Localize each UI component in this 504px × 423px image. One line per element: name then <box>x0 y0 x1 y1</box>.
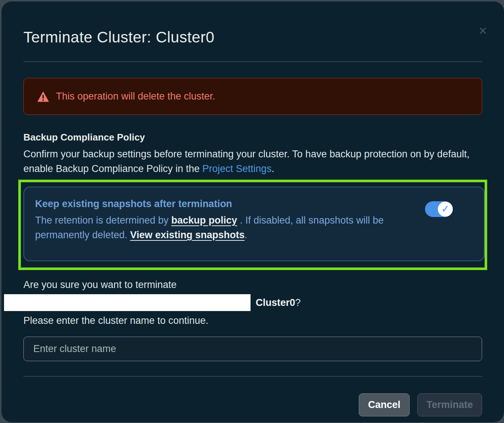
terminate-cluster-modal: ✕ Terminate Cluster: Cluster0 This opera… <box>1 1 504 422</box>
retention-text: The retention is determined by <box>35 215 171 226</box>
confirm-question-line1: Are you sure you want to terminate <box>23 277 482 292</box>
backup-policy-description: Confirm your backup settings before term… <box>23 147 482 176</box>
close-icon[interactable]: ✕ <box>476 24 489 37</box>
keep-snapshots-toggle[interactable]: ✓ <box>425 201 453 217</box>
cluster-name-question: Cluster0? <box>256 295 301 310</box>
footer-divider <box>23 376 482 377</box>
backup-policy-heading: Backup Compliance Policy <box>23 132 482 143</box>
warning-text: This operation will delete the cluster. <box>56 91 215 102</box>
enter-name-instruction: Please enter the cluster name to continu… <box>23 313 482 328</box>
backup-description-period: . <box>271 163 274 174</box>
title-divider <box>23 61 482 62</box>
cluster-name-input[interactable] <box>23 337 482 361</box>
check-icon: ✓ <box>441 203 450 214</box>
terminate-button[interactable]: Terminate <box>417 393 482 416</box>
redaction-overlay <box>4 294 251 311</box>
keep-snapshots-panel: Keep existing snapshots after terminatio… <box>23 187 485 261</box>
annotation-highlight-box: Keep existing snapshots after terminatio… <box>18 180 487 270</box>
confirm-section: Are you sure you want to terminate › Clu… <box>23 277 482 328</box>
backup-policy-link[interactable]: backup policy <box>171 215 237 226</box>
cancel-button[interactable]: Cancel <box>359 393 410 416</box>
warning-banner: This operation will delete the cluster. <box>23 78 482 115</box>
project-settings-link[interactable]: Project Settings <box>202 163 271 174</box>
warning-triangle-icon <box>37 91 49 102</box>
modal-footer: Cancel Terminate <box>23 393 482 416</box>
confirm-question-line2: › Cluster0? <box>23 294 482 311</box>
view-existing-snapshots-link[interactable]: View existing snapshots <box>130 229 245 240</box>
keep-snapshots-title: Keep existing snapshots after terminatio… <box>35 198 473 210</box>
keep-snapshots-description: The retention is determined by backup po… <box>35 213 417 242</box>
toggle-knob: ✓ <box>438 202 453 217</box>
modal-title: Terminate Cluster: Cluster0 <box>23 29 482 46</box>
question-mark: ? <box>295 297 301 308</box>
cluster-name: Cluster0 <box>256 297 295 308</box>
retention-text-3: . <box>245 229 248 240</box>
